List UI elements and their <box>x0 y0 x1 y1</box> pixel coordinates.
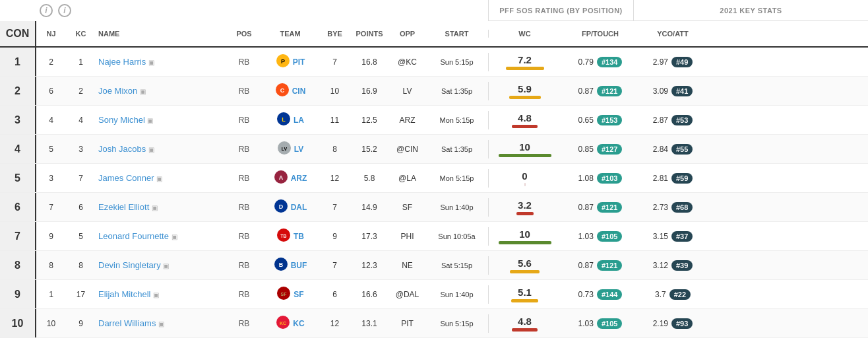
cell-team-5: D DAL <box>261 199 320 215</box>
team-name-7: BUF <box>291 261 307 270</box>
cell-points-0: 16.8 <box>350 57 389 67</box>
fp-badge-9: #105 <box>597 318 622 329</box>
wc-bar-4 <box>524 183 526 186</box>
cell-team-2: L LA <box>261 112 320 128</box>
info-icon-2[interactable]: i <box>58 4 71 17</box>
cell-name-4[interactable]: James Conner ▣ <box>96 173 228 183</box>
col-header-pos[interactable]: POS <box>228 30 261 38</box>
player-icon-2: ▣ <box>147 117 153 124</box>
cell-name-3[interactable]: Josh Jacobs ▣ <box>96 144 228 154</box>
col-header-con[interactable]: CON <box>0 21 36 46</box>
cell-pos-9: RB <box>228 319 261 328</box>
cell-opp-1: LV <box>389 87 425 96</box>
team-logo-1: C <box>275 83 290 99</box>
stats-header: 2021 KEY STATS <box>633 0 868 21</box>
cell-opp-2: ARZ <box>389 116 425 125</box>
yco-badge-4: #59 <box>671 173 693 184</box>
cell-name-6[interactable]: Leonard Fournette ▣ <box>96 231 228 241</box>
cell-start-3: Sat 1:35p <box>425 145 488 153</box>
cell-team-9: KC KC <box>261 315 320 332</box>
cell-ycoatt-5: 2.73 #68 <box>640 202 706 213</box>
cell-team-1: C CIN <box>261 83 320 99</box>
team-name-6: TB <box>294 232 304 241</box>
player-link-3[interactable]: Josh Jacobs <box>98 144 146 154</box>
col-header-nj[interactable]: NJ <box>36 30 66 38</box>
sos-label: PFF SOS RATING (BY POSITION) <box>499 7 623 15</box>
yco-badge-7: #39 <box>671 260 693 271</box>
wc-bar-9 <box>512 328 538 332</box>
cell-opp-4: @LA <box>389 174 425 183</box>
cell-con-2: 3 <box>0 106 36 134</box>
cell-name-9[interactable]: Darrel Williams ▣ <box>96 318 228 328</box>
cell-con-8: 9 <box>0 280 36 308</box>
info-icon-1[interactable]: i <box>40 4 53 17</box>
yco-badge-2: #53 <box>671 115 693 125</box>
cell-kc-9: 9 <box>66 319 96 328</box>
player-link-1[interactable]: Joe Mixon <box>98 86 137 96</box>
fp-badge-7: #121 <box>597 260 622 271</box>
col-header-kc[interactable]: KC <box>66 30 96 38</box>
cell-bye-7: 7 <box>320 261 350 270</box>
cell-kc-7: 8 <box>66 261 96 270</box>
wc-bar-7 <box>510 270 540 273</box>
wc-bar-2 <box>512 125 538 128</box>
wc-bar-0 <box>506 67 544 70</box>
cell-name-5[interactable]: Ezekiel Elliott ▣ <box>96 202 228 212</box>
team-name-0: PIT <box>293 57 305 67</box>
fp-badge-5: #121 <box>597 202 622 213</box>
cell-start-2: Mon 5:15p <box>425 116 488 124</box>
cell-kc-1: 2 <box>66 87 96 96</box>
left-spacer: i i <box>0 0 488 21</box>
fp-value-6: 1.03 <box>578 232 594 241</box>
cell-name-0[interactable]: Najee Harris ▣ <box>96 57 228 67</box>
yco-value-5: 2.73 <box>653 203 668 212</box>
cell-pos-5: RB <box>228 203 261 212</box>
player-icon-4: ▣ <box>156 175 162 182</box>
cell-ycoatt-2: 2.87 #53 <box>640 115 706 125</box>
player-link-0[interactable]: Najee Harris <box>98 57 146 67</box>
table-row: 3 4 4 Sony Michel ▣ RB L LA 11 12.5 ARZ … <box>0 106 868 135</box>
cell-name-2[interactable]: Sony Michel ▣ <box>96 115 228 125</box>
player-link-9[interactable]: Darrel Williams <box>98 318 156 328</box>
player-link-6[interactable]: Leonard Fournette <box>98 231 169 241</box>
cell-nj-6: 9 <box>36 232 66 241</box>
wc-value-1: 5.9 <box>518 83 532 94</box>
col-header-fptouch[interactable]: FP/TOUCH <box>561 30 640 38</box>
player-link-4[interactable]: James Conner <box>98 173 154 183</box>
team-name-9: KC <box>293 319 304 328</box>
cell-team-8: SF SF <box>261 286 320 302</box>
cell-wc-5: 3.2 <box>488 198 561 217</box>
cell-points-6: 17.3 <box>350 232 389 241</box>
player-link-7[interactable]: Devin Singletary <box>98 260 161 270</box>
yco-badge-6: #37 <box>671 231 693 242</box>
cell-name-8[interactable]: Elijah Mitchell ▣ <box>96 289 228 299</box>
col-header-name[interactable]: NAME <box>96 30 228 38</box>
cell-start-7: Sat 5:15p <box>425 262 488 269</box>
col-header-points[interactable]: POINTS <box>350 30 389 38</box>
fp-badge-4: #103 <box>597 173 622 184</box>
cell-ycoatt-9: 2.19 #93 <box>640 318 706 329</box>
column-headers: CON NJ KC NAME POS TEAM BYE POINTS OPP S… <box>0 21 868 48</box>
cell-name-1[interactable]: Joe Mixon ▣ <box>96 86 228 96</box>
col-header-team[interactable]: TEAM <box>261 30 320 38</box>
col-header-bye[interactable]: BYE <box>320 30 350 38</box>
cell-wc-0: 7.2 <box>488 53 561 71</box>
cell-bye-3: 8 <box>320 145 350 154</box>
yco-badge-0: #49 <box>671 57 693 67</box>
cell-pos-7: RB <box>228 261 261 270</box>
cell-name-7[interactable]: Devin Singletary ▣ <box>96 260 228 270</box>
col-header-opp[interactable]: OPP <box>389 30 425 38</box>
player-link-8[interactable]: Elijah Mitchell <box>98 289 150 299</box>
team-logo-5: D <box>274 199 288 215</box>
cell-ycoatt-8: 3.7 #22 <box>640 289 706 300</box>
cell-bye-9: 12 <box>320 319 350 328</box>
cell-nj-1: 6 <box>36 87 66 96</box>
col-header-wc[interactable]: WC <box>488 30 561 38</box>
player-link-2[interactable]: Sony Michel <box>98 115 145 125</box>
cell-kc-6: 5 <box>66 232 96 241</box>
player-link-5[interactable]: Ezekiel Elliott <box>98 202 149 212</box>
col-header-start[interactable]: START <box>425 30 488 38</box>
fp-badge-3: #127 <box>597 144 622 155</box>
player-icon-3: ▣ <box>148 146 154 153</box>
col-header-ycoatt[interactable]: YCO/ATT <box>640 30 706 38</box>
